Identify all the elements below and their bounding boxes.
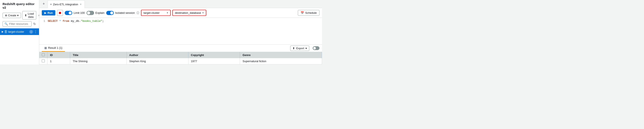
- line-number-1: 1: [42, 20, 45, 43]
- results-area: ▦ Result 1 (1) ⬆ Export ▾ ID: [39, 44, 322, 64]
- cell-copyright: 1977: [188, 58, 240, 64]
- limit-toggle-group: Limit 100: [65, 11, 85, 15]
- results-table: ID Title Author Copyright Genre 1 The Sh…: [39, 52, 322, 64]
- results-toggle[interactable]: [313, 46, 320, 50]
- chevron-down-icon: ▾: [17, 14, 19, 17]
- calendar-icon: 📅: [300, 11, 304, 14]
- cell-title: The Shining: [70, 58, 126, 64]
- table-header-row: ID Title Author Copyright Genre: [39, 52, 322, 58]
- export-button[interactable]: ⬆ Export ▾: [290, 46, 309, 51]
- run-button[interactable]: ▶ Run: [42, 10, 55, 16]
- isolated-toggle[interactable]: [106, 11, 114, 15]
- cluster-label: target-cluster: [8, 30, 28, 33]
- cluster-icon: 🗄: [4, 30, 7, 34]
- tab-bar: + ≡ Zero-ETL integration ×: [39, 0, 322, 8]
- col-checkbox-header: [39, 52, 48, 58]
- add-tab-button[interactable]: +: [41, 1, 47, 7]
- sidebar-header: Redshift query editor v2 ⊕ Create ▾ ⬆ Lo…: [0, 0, 39, 28]
- limit-toggle[interactable]: [65, 11, 72, 15]
- explain-toggle-group: Explain: [86, 11, 104, 15]
- main-content: + ≡ Zero-ETL integration × ▶ Run Limit 1…: [39, 0, 322, 64]
- editor-area[interactable]: 1 SELECT * from my_db."books_table";: [39, 18, 322, 44]
- tab-query-icon: ≡: [50, 3, 52, 6]
- header-checkbox[interactable]: [42, 53, 45, 56]
- search-row: 🔍 ↻: [2, 21, 36, 26]
- table-row: 1 The Shining Stephen King 1977 Supernat…: [39, 58, 322, 64]
- results-tabs: ▦ Result 1 (1) ⬆ Export ▾: [39, 44, 322, 52]
- explain-toggle[interactable]: [86, 11, 94, 15]
- search-icon: 🔍: [4, 22, 8, 26]
- isolated-label: Isolated session: [115, 11, 135, 14]
- limit-label: Limit 100: [74, 11, 85, 14]
- limit-toggle-slider: [65, 11, 72, 15]
- filter-resources-input[interactable]: [9, 22, 30, 26]
- schedule-button[interactable]: 📅 Schedule: [298, 10, 320, 16]
- sidebar-actions: ⊕ Create ▾ ⬆ Load data «: [2, 11, 36, 20]
- cell-genre: Supernatural fiction: [240, 58, 322, 64]
- explain-toggle-slider: [86, 11, 94, 15]
- isolated-info-icon[interactable]: ⓘ: [136, 11, 139, 15]
- stop-button[interactable]: [57, 10, 63, 16]
- tab-zero-etl[interactable]: ≡ Zero-ETL integration ×: [48, 0, 85, 8]
- code-line-1: SELECT * from my_db."books_table";: [48, 20, 104, 43]
- play-icon: ▶: [44, 12, 46, 14]
- col-title-header: Title: [70, 52, 126, 58]
- database-select[interactable]: destination_database ▾: [172, 10, 206, 16]
- wildcard-star: *: [59, 20, 63, 23]
- tab-label: Zero-ETL integration: [53, 3, 78, 6]
- database-select-label: destination_database: [175, 11, 201, 14]
- export-icon: ⬆: [292, 47, 295, 50]
- export-label: Export: [296, 47, 304, 50]
- cell-id: 1: [48, 58, 70, 64]
- table-ref: my_db."books_table";: [71, 20, 104, 23]
- run-label: Run: [48, 11, 53, 14]
- search-box[interactable]: 🔍: [2, 21, 32, 26]
- col-copyright-header: Copyright: [188, 52, 240, 58]
- isolated-toggle-slider: [106, 11, 114, 15]
- cluster-actions: i ⋮: [29, 30, 37, 34]
- cluster-select-label: target-cluster: [144, 11, 160, 14]
- result-tab-icon: ▦: [44, 46, 47, 50]
- info-icon[interactable]: i: [29, 30, 33, 34]
- schedule-label: Schedule: [305, 11, 317, 14]
- database-select-arrow-icon: ▾: [202, 12, 204, 14]
- load-data-button[interactable]: ⬆ Load data: [22, 11, 36, 20]
- plus-icon: ⊕: [5, 14, 7, 17]
- col-genre-header: Genre: [240, 52, 322, 58]
- sidebar-title: Redshift query editor v2: [2, 2, 36, 9]
- tab-close-button[interactable]: ×: [80, 3, 82, 6]
- sidebar: Redshift query editor v2 ⊕ Create ▾ ⬆ Lo…: [0, 0, 39, 64]
- result-tab-label: Result 1 (1): [48, 46, 62, 50]
- row-checkbox-cell: [39, 58, 48, 64]
- isolated-toggle-group: Isolated session ⓘ: [106, 11, 139, 15]
- more-options-icon[interactable]: ⋮: [34, 30, 37, 34]
- sidebar-item-cluster[interactable]: ▶ 🗄 target-cluster i ⋮: [0, 28, 39, 35]
- cell-author: Stephen King: [126, 58, 188, 64]
- row-checkbox[interactable]: [42, 60, 45, 62]
- explain-label: Explain: [96, 11, 104, 14]
- create-button[interactable]: ⊕ Create ▾: [2, 13, 21, 18]
- col-id-header: ID: [48, 52, 70, 58]
- refresh-button[interactable]: ↻: [33, 22, 36, 26]
- export-arrow-icon: ▾: [306, 47, 307, 50]
- chevron-right-icon: ▶: [2, 30, 4, 33]
- upload-icon: ⬆: [24, 14, 27, 17]
- keyword-from: from: [62, 20, 69, 23]
- toolbar: ▶ Run Limit 100 Explain: [39, 8, 322, 18]
- col-author-header: Author: [126, 52, 188, 58]
- cluster-select-arrow-icon: ▾: [167, 12, 168, 14]
- cluster-select[interactable]: target-cluster ▾: [141, 10, 171, 16]
- stop-icon: [59, 12, 61, 14]
- result-tab-1[interactable]: ▦ Result 1 (1): [42, 44, 65, 52]
- keyword-select: SELECT: [48, 20, 58, 23]
